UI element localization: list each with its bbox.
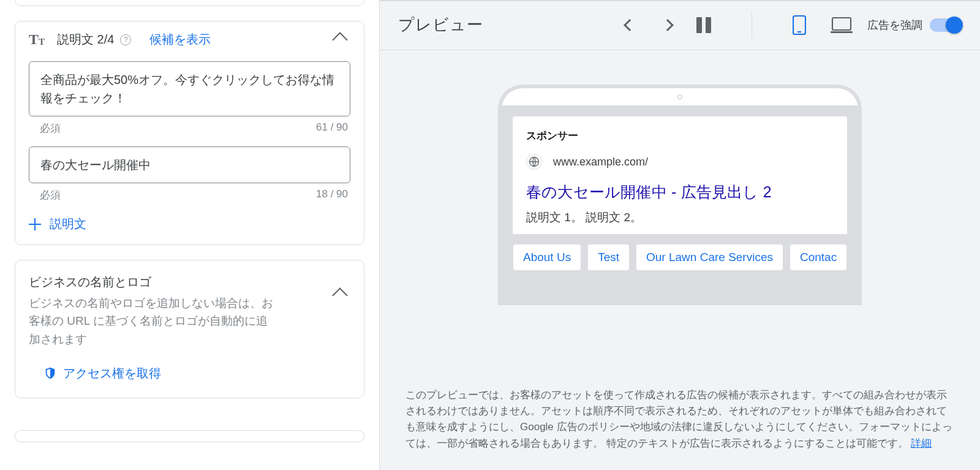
sitelinks-row: About Us Test Our Lawn Care Services Con… [513,244,847,271]
phone-frame: スポンサー www.example.com/ 春の大セール開催中 - 広告見出し… [498,85,862,305]
descriptions-title: 説明文 2/4 [57,31,114,48]
char-counter: 61 / 90 [316,121,348,135]
show-suggestions-link[interactable]: 候補を表示 [149,31,211,48]
details-link[interactable]: 詳細 [911,438,932,449]
sitelink-button[interactable]: Test [587,244,630,271]
descriptions-body: 全商品が最大50%オフ。今すぐクリックしてお得な情報をチェック！ 必須 61 /… [15,51,364,244]
help-icon[interactable]: ? [120,34,131,45]
svg-rect-3 [831,31,853,33]
footnote-text: このプレビューでは、お客様のアセットを使って作成される広告の候補が表示されます。… [405,389,952,449]
sitelink-button[interactable]: About Us [513,244,581,271]
add-description-button[interactable]: 説明文 [29,216,350,232]
mobile-view-icon[interactable] [793,15,806,35]
sponsor-label: スポンサー [526,129,834,143]
columns-view-icon[interactable] [696,17,711,33]
ad-description: 説明文 1。 説明文 2。 [526,210,834,226]
get-access-link[interactable]: アクセス権を取得 [63,365,161,382]
char-counter: 18 / 90 [316,188,348,202]
highlight-toggle[interactable] [930,18,962,32]
plus-icon [29,218,41,230]
phone-screen: スポンサー www.example.com/ 春の大セール開催中 - 広告見出し… [502,105,858,305]
desktop-view-icon[interactable] [831,17,853,34]
collapse-icon[interactable] [332,32,347,47]
collapse-icon[interactable] [332,287,347,303]
descriptions-header: TT 説明文 2/4 ? 候補を表示 [15,21,364,51]
text-icon: TT [29,31,52,48]
app-root: TT 説明文 2/4 ? 候補を表示 全商品が最大50%オフ。今すぐクリックして… [0,0,980,470]
phone-camera-icon [502,88,858,105]
highlight-toggle-label: 広告を強調 [867,18,922,32]
ad-url-row: www.example.com/ [526,154,834,170]
previous-card-edge [15,0,364,6]
preview-footnote: このプレビューでは、お客様のアセットを使って作成される広告の候補が表示されます。… [380,387,980,470]
business-card: ビジネスの名前とロゴ ビジネスの名前やロゴを追加しない場合は、お客様の URL … [15,260,364,398]
descriptions-card: TT 説明文 2/4 ? 候補を表示 全商品が最大50%オフ。今すぐクリックして… [15,21,364,245]
description-meta-1: 必須 61 / 90 [29,116,350,135]
description-meta-2: 必須 18 / 90 [29,183,350,202]
next-card-edge [15,430,364,442]
globe-icon [526,154,542,170]
ad-preview-card: スポンサー www.example.com/ 春の大セール開催中 - 広告見出し… [513,116,847,234]
sitelink-button[interactable]: Contac [790,244,847,271]
preview-toolbar: プレビュー 広告を強調 [380,0,980,50]
divider [752,12,752,39]
chevron-left-icon[interactable] [624,19,636,31]
sitelink-button[interactable]: Our Lawn Care Services [636,244,783,271]
ad-headline: 春の大セール開催中 - 広告見出し 2 [526,182,834,202]
shield-icon [43,366,57,381]
required-label: 必須 [40,121,61,135]
left-panel: TT 説明文 2/4 ? 候補を表示 全商品が最大50%オフ。今すぐクリックして… [0,0,380,470]
preview-stage: スポンサー www.example.com/ 春の大セール開催中 - 広告見出し… [380,50,980,387]
add-description-label: 説明文 [50,216,86,232]
chevron-right-icon[interactable] [662,19,674,31]
ad-url: www.example.com/ [553,156,648,169]
right-panel: プレビュー 広告を強調 [380,0,980,470]
description-input-2[interactable]: 春の大セール開催中 [29,146,350,183]
preview-nav [625,21,672,29]
access-row: アクセス権を取得 [15,348,364,398]
business-header: ビジネスの名前とロゴ ビジネスの名前やロゴを追加しない場合は、お客様の URL … [15,260,364,348]
svg-rect-2 [832,18,851,30]
description-input-1[interactable]: 全商品が最大50%オフ。今すぐクリックしてお得な情報をチェック！ [29,61,350,116]
preview-title: プレビュー [398,14,483,36]
required-label: 必須 [40,188,61,202]
business-title: ビジネスの名前とロゴ [29,274,274,290]
business-subtitle: ビジネスの名前やロゴを追加しない場合は、お客様の URL に基づく名前とロゴが自… [29,294,274,348]
svg-rect-1 [797,31,801,32]
